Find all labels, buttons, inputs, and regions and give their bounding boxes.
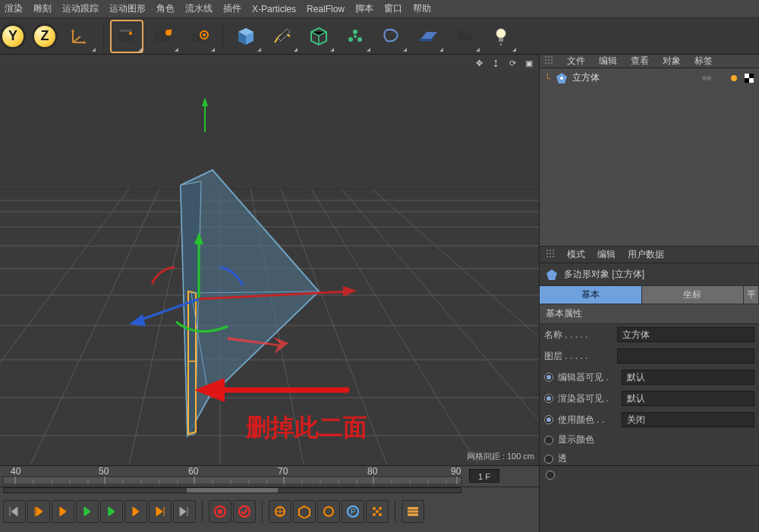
deformer-icon[interactable] [375,20,408,53]
menu-script[interactable]: 脚本 [355,2,373,15]
svg-point-94 [376,510,379,513]
key-position-icon[interactable] [269,500,291,523]
attr-tab-extra[interactable]: 平 [744,286,759,304]
record-key-button[interactable] [209,500,231,523]
viewport-zoom-icon[interactable]: ⭥ [489,56,502,70]
svg-point-48 [702,76,707,80]
menu-tracking[interactable]: 运动跟踪 [62,2,99,15]
svg-rect-54 [3,477,461,484]
key-rotation-icon[interactable] [317,500,340,523]
attr-tab-coord[interactable]: 坐标 [642,286,745,304]
viewport-move-icon[interactable]: ✥ [472,56,486,70]
attr-render-vis-label: 渲染器可见 . [558,392,622,405]
om-menu-view[interactable]: 查看 [631,55,649,68]
annotation-text: 删掉此二面 [246,411,367,445]
om-expand-icon[interactable]: └ [544,73,551,83]
radio-icon[interactable] [544,436,553,445]
menu-character[interactable]: 角色 [156,2,175,15]
menu-xparticles[interactable]: X-Particles [252,4,296,14]
dopesheet-icon[interactable] [402,500,424,523]
prev-key-button[interactable] [27,500,50,523]
radio-icon[interactable] [544,455,553,464]
om-menu-objects[interactable]: 对象 [663,55,681,68]
menu-window[interactable]: 窗口 [384,2,402,15]
attr-tab-basic[interactable]: 基本 [540,286,642,304]
om-menu-file[interactable]: 文件 [567,55,585,68]
render-settings-icon[interactable] [183,20,216,53]
svg-rect-17 [499,38,503,42]
perspective-viewport[interactable]: 删掉此二面 网格间距 : 100 cm [0,71,539,465]
next-frame-button[interactable] [124,500,147,523]
pen-spline-icon[interactable] [266,20,299,53]
menu-plugins[interactable]: 插件 [223,2,241,15]
coordinate-system-icon[interactable] [64,20,97,53]
render-view-icon[interactable] [110,20,143,53]
radio-icon[interactable] [544,415,553,424]
panel-grip-icon[interactable] [544,55,553,67]
panel-grip-icon[interactable] [546,249,555,260]
menu-sculpt[interactable]: 雕刻 [33,2,52,15]
key-param-icon[interactable]: P [342,500,364,523]
menu-pipeline[interactable]: 流水线 [185,2,213,15]
radio-icon[interactable] [544,394,553,403]
visibility-dots-icon[interactable] [701,73,712,83]
goto-end-button[interactable] [173,500,196,523]
floor-icon[interactable] [411,20,445,53]
attr-render-vis-select[interactable] [622,391,754,406]
menu-realflow[interactable]: RealFlow [307,4,345,14]
om-menu-edit[interactable]: 编辑 [599,55,617,68]
om-object-row[interactable]: └ 立方体 [540,68,759,87]
ruler-tick-70: 70 [278,466,288,477]
viewport-hud-grid: 网格间距 : 100 cm [467,451,534,462]
prev-frame-button[interactable] [52,500,74,523]
radio-icon[interactable] [544,373,553,382]
timeline-scroll-thumb[interactable] [187,488,278,493]
goto-start-button[interactable] [3,500,26,523]
attr-editor-vis-select[interactable] [622,370,754,385]
current-frame-field[interactable]: 1 F [469,469,499,483]
play-backward-button[interactable] [76,500,99,523]
viewport-rotate-icon[interactable]: ⟳ [505,56,519,70]
attr-layer-input[interactable] [617,348,754,364]
axis-z-badge[interactable]: Z [32,24,58,49]
svg-point-82 [218,509,222,514]
attr-name-input[interactable] [617,327,754,342]
light-icon[interactable] [484,20,518,53]
texture-tag-icon[interactable] [744,73,754,83]
attr-menu-userdata[interactable]: 用户数据 [628,248,664,261]
axis-y-badge[interactable]: Y [0,24,26,49]
om-menu-tags[interactable]: 标签 [694,55,713,68]
array-icon[interactable] [339,20,372,53]
radio-icon[interactable] [546,471,555,480]
tag-dot-icon[interactable] [729,73,739,83]
menu-render[interactable]: 渲染 [5,2,23,15]
attr-usecolor-select[interactable] [622,412,754,427]
attr-menu-mode[interactable]: 模式 [567,248,585,261]
attr-layer-label: 图层 . . . . . [544,350,617,363]
key-scale-icon[interactable] [293,500,316,523]
svg-point-14 [457,30,461,35]
svg-point-2 [129,32,132,35]
viewport-layout-icon[interactable]: ▣ [522,56,536,70]
cube-primitive-icon[interactable] [229,20,263,53]
attribute-manager: 模式 编辑 用户数据 多边形对象 [立方体] 基本 坐标 平 基本属性 名称 .… [540,247,759,468]
render-pv-icon[interactable] [146,20,180,53]
attr-menu-edit[interactable]: 编辑 [597,248,616,261]
play-forward-button[interactable] [100,500,123,523]
object-manager[interactable]: └ 立方体 [540,68,759,247]
attr-usecolor-label: 使用颜色 . . [558,414,622,427]
svg-rect-12 [419,39,433,41]
camera-icon[interactable] [448,20,481,53]
menu-help[interactable]: 帮助 [413,2,431,15]
menu-mograph[interactable]: 运动图形 [109,2,146,15]
next-key-button[interactable] [149,500,172,523]
svg-rect-53 [749,78,754,83]
autokey-button[interactable] [233,500,256,523]
svg-point-92 [373,513,376,516]
nurbs-icon[interactable] [302,20,335,53]
ruler-tick-60: 60 [188,466,198,477]
svg-rect-52 [745,74,749,78]
om-object-name[interactable]: 立方体 [572,71,600,84]
ruler-tick-80: 80 [367,466,377,477]
keyframe-selection-icon[interactable] [366,500,389,523]
